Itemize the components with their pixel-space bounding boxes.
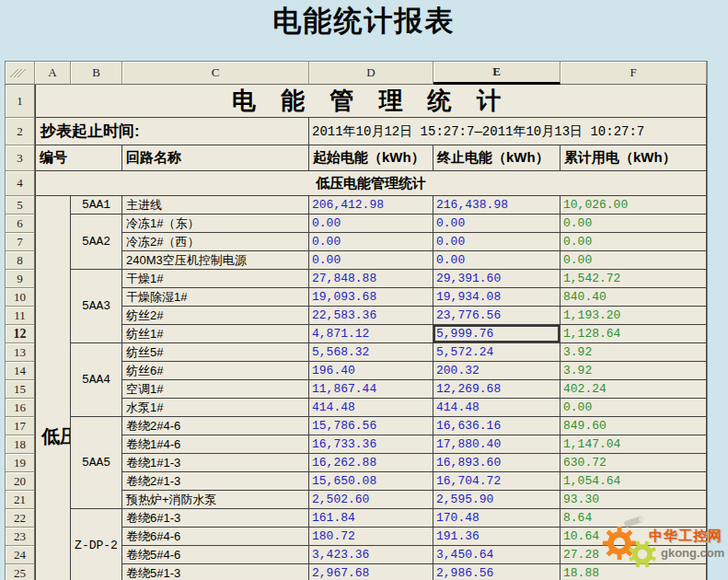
start-energy-cell[interactable]: 2,967.68 [309, 564, 433, 580]
header-id-cell[interactable]: 编号 [35, 145, 122, 171]
end-energy-cell[interactable]: 200.32 [433, 362, 560, 380]
start-energy-cell[interactable]: 11,867.44 [309, 380, 433, 399]
end-energy-cell[interactable]: 0.00 [433, 251, 560, 270]
total-energy-cell[interactable]: 840.40 [560, 288, 707, 307]
total-energy-cell[interactable]: 3.92 [560, 343, 707, 362]
total-energy-cell[interactable]: 0.00 [560, 399, 707, 417]
end-energy-cell[interactable]: 19,934.08 [433, 288, 560, 307]
group-id-cell[interactable]: Z-DP-2 [71, 509, 122, 580]
row-header-23[interactable]: 23 [6, 528, 35, 546]
circuit-name-cell[interactable]: 卷绕1#4-6 [122, 435, 309, 454]
total-energy-cell[interactable]: 0.00 [560, 215, 707, 233]
start-energy-cell[interactable]: 0.00 [309, 251, 433, 270]
group-id-cell[interactable]: 5AA2 [71, 215, 122, 270]
total-energy-cell[interactable]: 0.00 [560, 251, 707, 270]
end-energy-cell[interactable]: 16,704.72 [433, 472, 560, 491]
total-energy-cell[interactable]: 0.00 [560, 233, 707, 251]
total-energy-cell[interactable]: 1,054.64 [560, 472, 707, 491]
group-id-cell[interactable]: 5AA3 [71, 270, 122, 343]
end-energy-cell[interactable]: 2,986.56 [433, 564, 560, 580]
row-header-7[interactable]: 7 [6, 233, 35, 251]
main-title-cell[interactable]: 电 能 管 理 统 计 [35, 85, 707, 118]
circuit-name-cell[interactable]: 卷绕2#1-3 [122, 472, 309, 491]
start-energy-cell[interactable]: 19,093.68 [309, 288, 433, 307]
row-header-24[interactable]: 24 [6, 546, 35, 564]
start-energy-cell[interactable]: 27,848.88 [309, 270, 433, 288]
row-header-15[interactable]: 15 [6, 380, 35, 399]
column-header-a[interactable]: A [35, 62, 71, 85]
header-total-cell[interactable]: 累计用电（kWh） [560, 145, 707, 171]
circuit-name-cell[interactable]: 干燥除湿1# [122, 288, 309, 307]
circuit-name-cell[interactable]: 水泵1# [122, 399, 309, 417]
total-energy-cell[interactable]: 10,026.00 [560, 196, 707, 215]
total-energy-cell[interactable]: 1,147.04 [560, 435, 707, 454]
header-end-cell[interactable]: 终止电能（kWh） [433, 145, 560, 171]
row-header-12[interactable]: 12 [6, 325, 35, 343]
end-energy-cell[interactable]: 0.00 [433, 233, 560, 251]
row-header-6[interactable]: 6 [6, 215, 35, 233]
circuit-name-cell[interactable]: 卷绕1#1-3 [122, 454, 309, 472]
group-id-cell[interactable]: 5AA4 [71, 343, 122, 417]
end-energy-cell[interactable]: 2,595.90 [433, 491, 560, 509]
row-header-8[interactable]: 8 [6, 251, 35, 270]
end-energy-cell[interactable]: 29,391.60 [433, 270, 560, 288]
column-header-d[interactable]: D [309, 62, 433, 85]
circuit-name-cell[interactable]: 主进线 [122, 196, 309, 215]
meter-period-value-cell[interactable]: 2011年10月12日 15:27:7—2011年10月13日 10:27:7 [309, 118, 707, 145]
end-energy-cell[interactable]: 0.00 [433, 215, 560, 233]
circuit-name-cell[interactable]: 卷绕6#1-3 [122, 509, 309, 528]
row-header-17[interactable]: 17 [6, 417, 35, 435]
circuit-name-cell[interactable]: 卷绕6#4-6 [122, 528, 309, 546]
end-energy-cell[interactable]: 16,636.16 [433, 417, 560, 435]
column-header-b[interactable]: B [71, 62, 122, 85]
header-start-cell[interactable]: 起始电能（kWh） [309, 145, 433, 171]
start-energy-cell[interactable]: 206,412.98 [309, 196, 433, 215]
circuit-name-cell[interactable]: 卷绕2#4-6 [122, 417, 309, 435]
row-header-2[interactable]: 2 [6, 118, 35, 145]
start-energy-cell[interactable]: 15,650.08 [309, 472, 433, 491]
row-header-13[interactable]: 13 [6, 343, 35, 362]
group-id-cell[interactable]: 5AA1 [71, 196, 122, 215]
total-energy-cell[interactable]: 630.72 [560, 454, 707, 472]
end-energy-cell[interactable]: 12,269.68 [433, 380, 560, 399]
section-title-cell[interactable]: 低压电能管理统计 [35, 171, 707, 196]
start-energy-cell[interactable]: 15,786.56 [309, 417, 433, 435]
circuit-name-cell[interactable]: 卷绕5#1-3 [122, 564, 309, 580]
row-header-22[interactable]: 22 [6, 509, 35, 528]
start-energy-cell[interactable]: 16,262.88 [309, 454, 433, 472]
voltage-side-label-cell[interactable]: 低压 [35, 196, 71, 580]
end-energy-cell[interactable]: 17,880.40 [433, 435, 560, 454]
circuit-name-cell[interactable]: 卷绕5#4-6 [122, 546, 309, 564]
circuit-name-cell[interactable]: 纺丝5# [122, 343, 309, 362]
column-header-e[interactable]: E [433, 62, 560, 85]
row-header-10[interactable]: 10 [6, 288, 35, 307]
start-energy-cell[interactable]: 0.00 [309, 233, 433, 251]
group-id-cell[interactable]: 5AA5 [71, 417, 122, 509]
start-energy-cell[interactable]: 0.00 [309, 215, 433, 233]
circuit-name-cell[interactable]: 240M3空压机控制电源 [122, 251, 309, 270]
meter-period-label-cell[interactable]: 抄表起止时间: [35, 118, 309, 145]
circuit-name-cell[interactable]: 纺丝6# [122, 362, 309, 380]
circuit-name-cell[interactable]: 空调1# [122, 380, 309, 399]
start-energy-cell[interactable]: 196.40 [309, 362, 433, 380]
end-energy-cell[interactable]: 3,450.64 [433, 546, 560, 564]
circuit-name-cell[interactable]: 冷冻2#（西） [122, 233, 309, 251]
row-header-4[interactable]: 4 [6, 171, 35, 196]
select-all-corner[interactable] [6, 62, 35, 85]
row-header-14[interactable]: 14 [6, 362, 35, 380]
end-energy-cell[interactable]: 5,999.76 [433, 325, 560, 343]
total-energy-cell[interactable]: 1,193.20 [560, 307, 707, 325]
column-header-f[interactable]: F [560, 62, 707, 85]
start-energy-cell[interactable]: 4,871.12 [309, 325, 433, 343]
total-energy-cell[interactable]: 1,542.72 [560, 270, 707, 288]
end-energy-cell[interactable]: 23,776.56 [433, 307, 560, 325]
start-energy-cell[interactable]: 16,733.36 [309, 435, 433, 454]
circuit-name-cell[interactable]: 纺丝1# [122, 325, 309, 343]
start-energy-cell[interactable]: 3,423.36 [309, 546, 433, 564]
end-energy-cell[interactable]: 191.36 [433, 528, 560, 546]
row-header-9[interactable]: 9 [6, 270, 35, 288]
row-header-3[interactable]: 3 [6, 145, 35, 171]
start-energy-cell[interactable]: 22,583.36 [309, 307, 433, 325]
row-header-11[interactable]: 11 [6, 307, 35, 325]
start-energy-cell[interactable]: 2,502.60 [309, 491, 433, 509]
